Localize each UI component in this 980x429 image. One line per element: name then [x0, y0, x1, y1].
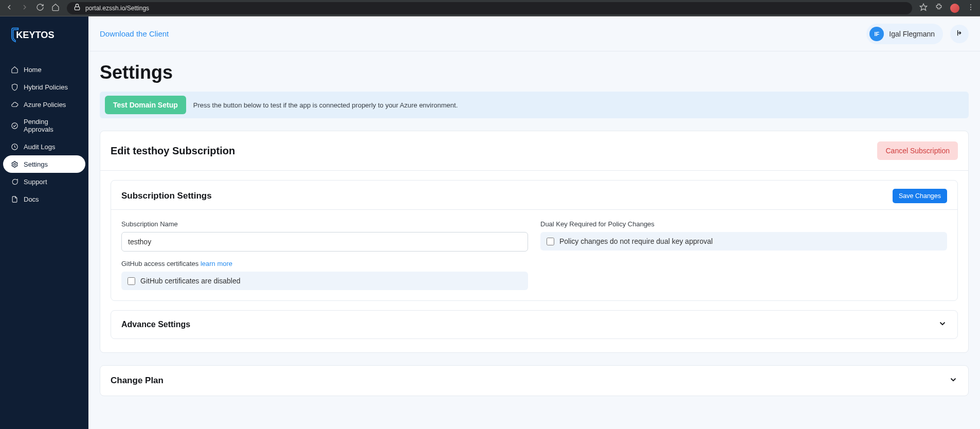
home-icon	[10, 65, 19, 74]
chevron-down-icon	[949, 375, 958, 386]
svg-point-4	[970, 9, 971, 10]
cancel-subscription-button[interactable]: Cancel Subscription	[877, 141, 958, 160]
home-icon[interactable]	[51, 3, 60, 13]
extensions-icon[interactable]	[935, 3, 943, 13]
gear-icon	[10, 160, 19, 168]
page-title: Settings	[100, 62, 969, 83]
github-certs-checkbox-row[interactable]: GitHub certificates are disabled	[121, 272, 528, 290]
alert-text: Press the button below to test if the ap…	[193, 101, 458, 109]
svg-marker-1	[920, 4, 927, 10]
subscription-name-input[interactable]	[121, 232, 528, 252]
dualkey-checkbox-label: Policy changes do not require dual key a…	[559, 237, 713, 245]
logo: KEYTOS	[0, 26, 88, 61]
advance-settings-title: Advance Settings	[121, 320, 190, 329]
sidebar-item-label: Azure Policies	[24, 101, 66, 109]
sidebar-item-label: Hybrid Policies	[24, 83, 68, 91]
svg-point-2	[970, 4, 971, 5]
sidebar-item-settings[interactable]: Settings	[3, 155, 85, 173]
sidebar-item-home[interactable]: Home	[3, 61, 85, 78]
forward-icon[interactable]	[21, 3, 29, 13]
sidebar-item-azure-policies[interactable]: Azure Policies	[3, 96, 85, 113]
topbar: Download the Client IF Igal Flegmann	[88, 16, 980, 51]
svg-text:KEYTOS: KEYTOS	[16, 30, 54, 40]
back-icon[interactable]	[5, 3, 13, 13]
sidebar-item-hybrid-policies[interactable]: Hybrid Policies	[3, 78, 85, 96]
subscription-name-label: Subscription Name	[121, 220, 528, 228]
chevron-down-icon	[938, 319, 947, 330]
change-plan-title: Change Plan	[111, 376, 164, 386]
address-bar[interactable]: portal.ezssh.io/Settings	[67, 2, 912, 14]
svg-point-3	[970, 7, 971, 8]
sidebar-item-label: Audit Logs	[24, 143, 55, 151]
reload-icon[interactable]	[36, 3, 44, 13]
sidebar-item-label: Home	[24, 66, 42, 74]
svg-rect-0	[75, 7, 79, 10]
save-changes-button[interactable]: Save Changes	[893, 189, 947, 203]
browser-chrome: portal.ezssh.io/Settings	[0, 0, 980, 16]
svg-point-6	[11, 122, 17, 128]
sidebar-item-docs[interactable]: Docs	[3, 190, 85, 208]
alert-bar: Test Domain Setup Press the button below…	[100, 92, 969, 118]
clock-icon	[10, 142, 19, 151]
logout-icon	[955, 29, 964, 39]
sidebar-item-pending-approvals[interactable]: Pending Approvals	[3, 113, 85, 138]
logout-button[interactable]	[950, 25, 969, 43]
download-client-link[interactable]: Download the Client	[100, 29, 169, 38]
sidebar-item-support[interactable]: Support	[3, 173, 85, 190]
github-certs-checkbox[interactable]	[128, 277, 135, 285]
star-icon[interactable]	[919, 3, 928, 13]
dualkey-checkbox-row[interactable]: Policy changes do not require dual key a…	[540, 232, 947, 251]
subscription-settings-panel: Subscription Settings Save Changes Subsc…	[111, 180, 958, 301]
sidebar-item-label: Pending Approvals	[24, 118, 78, 133]
test-domain-button[interactable]: Test Domain Setup	[105, 96, 186, 114]
dualkey-checkbox[interactable]	[547, 238, 554, 245]
advance-settings-accordion[interactable]: Advance Settings	[111, 310, 958, 339]
panel-title: Subscription Settings	[121, 191, 212, 201]
learn-more-link[interactable]: learn more	[201, 260, 232, 267]
edit-subscription-card: Edit testhoy Subscription Cancel Subscri…	[100, 131, 969, 353]
sidebar-item-label: Settings	[24, 160, 48, 168]
cloud-icon	[10, 100, 19, 109]
sidebar-item-label: Support	[24, 178, 47, 186]
chat-icon	[10, 177, 19, 186]
github-certs-checkbox-label: GitHub certificates are disabled	[140, 277, 241, 285]
check-circle-icon	[10, 121, 19, 130]
document-icon	[10, 195, 19, 203]
github-certs-label: GitHub access certificates learn more	[121, 260, 528, 267]
sidebar: KEYTOS Home Hybrid Policies Azure Polici…	[0, 16, 88, 429]
url-text: portal.ezssh.io/Settings	[85, 5, 149, 12]
dualkey-label: Dual Key Required for Policy Changes	[540, 220, 947, 228]
avatar: IF	[869, 27, 884, 41]
lock-icon	[73, 3, 81, 13]
svg-point-8	[13, 163, 15, 165]
shield-icon	[10, 83, 19, 91]
edit-subscription-title: Edit testhoy Subscription	[111, 145, 235, 157]
sidebar-item-label: Docs	[24, 195, 39, 203]
sidebar-item-audit-logs[interactable]: Audit Logs	[3, 138, 85, 155]
menu-dots-icon[interactable]	[967, 3, 975, 13]
profile-avatar-icon[interactable]	[950, 4, 959, 13]
change-plan-accordion[interactable]: Change Plan	[100, 365, 969, 396]
user-chip[interactable]: IF Igal Flegmann	[866, 24, 943, 44]
user-name: Igal Flegmann	[889, 30, 935, 38]
